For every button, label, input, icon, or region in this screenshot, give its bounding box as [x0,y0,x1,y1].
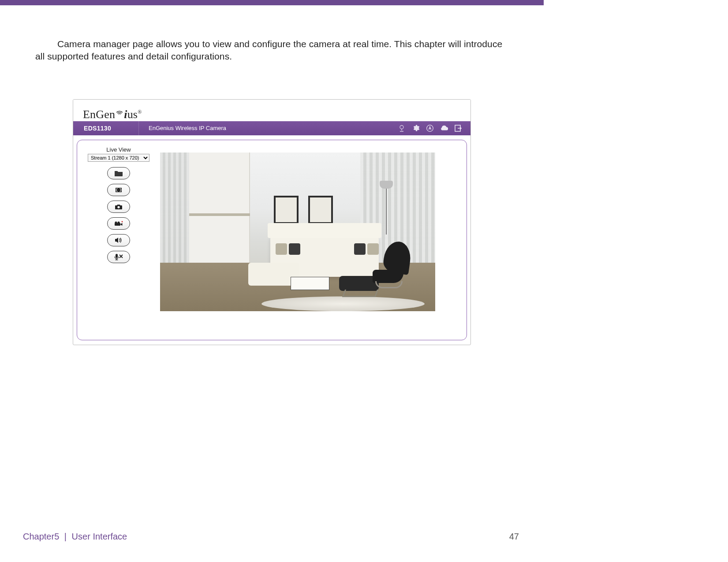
app-toolbar: EDS1130 EnGenius Wireless IP Camera [73,121,470,135]
pillow [289,243,300,255]
gear-icon[interactable] [411,124,420,133]
footer-separator: | [64,532,67,541]
model-label: EDS1130 [73,121,139,135]
intro-paragraph: Camera manager page allows you to view a… [0,5,544,63]
registered-mark: ® [138,109,142,115]
camera-manager-screenshot: EnGenius® EDS1130 EnGenius Wireless IP C… [73,99,471,345]
footer-left: Chapter5 | User Interface [23,532,127,542]
live-view-panel: Live View Stream 1 (1280 x 720) [77,140,467,340]
room-rug [261,296,425,311]
snapshot-button[interactable] [107,201,130,213]
mic-mute-button[interactable] [107,251,130,263]
svg-rect-9 [116,254,118,258]
room-mantle [189,213,250,216]
fullscreen-button[interactable] [107,184,130,196]
stream-select[interactable]: Stream 1 (1280 x 720) [88,154,149,162]
logout-icon[interactable] [454,124,463,133]
footer-title: User Interface [72,532,127,541]
brand-pre: EnGen [83,108,115,121]
svg-point-0 [400,125,403,129]
footer-chapter: Chapter5 [23,532,59,541]
toolbar-icon-group [397,121,470,135]
wall-frame [308,196,333,224]
wifi-icon [116,104,123,118]
svg-point-4 [117,206,119,208]
folder-button[interactable] [107,167,130,179]
page-top-accent [0,0,544,5]
coffee-table [291,277,329,290]
room-curtain-left [160,153,193,267]
floor-lamp [386,188,387,234]
pillow [354,243,366,255]
camera-name-label: EnGenius Wireless IP Camera [139,125,397,131]
record-button[interactable] [107,217,130,230]
camera-live-view [160,153,435,311]
document-page: Camera manager page allows you to view a… [0,0,544,562]
page-number: 47 [509,532,519,542]
speaker-button[interactable] [107,234,130,246]
svg-rect-7 [115,223,120,226]
svg-point-8 [122,221,123,222]
auto-a-icon[interactable] [426,124,434,133]
page-footer: Chapter5 | User Interface 47 [0,532,544,542]
live-view-sidebar: Live View Stream 1 (1280 x 720) [83,146,154,332]
lounge-chair [373,244,410,283]
room-fireplace [189,153,250,270]
brand-post: us [127,108,138,121]
brand-logo: EnGenius® [83,108,142,121]
content-area: Live View Stream 1 (1280 x 720) [73,135,470,345]
live-view-title: Live View [106,146,131,153]
app-logo-bar: EnGenius® [73,100,470,121]
brand-i: i [124,108,127,121]
camera-stand-icon[interactable] [397,124,406,133]
cloud-icon[interactable] [440,124,448,133]
page-gutter [544,0,728,562]
wall-frame [274,196,299,224]
pillow [276,243,287,255]
